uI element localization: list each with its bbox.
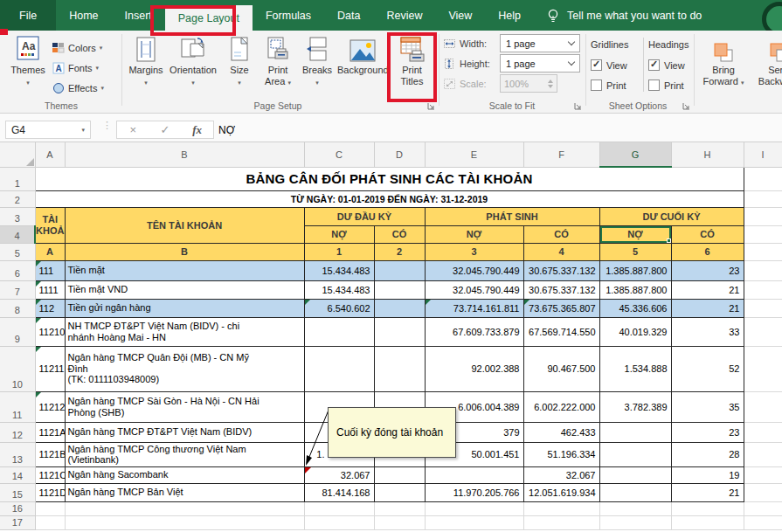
cell-B7[interactable]: Tiền mặt VND [65,280,304,299]
cell-I7[interactable] [744,280,782,299]
cell-H12[interactable]: 23 [671,422,744,442]
orientation-button[interactable]: Orientation▾ [168,33,218,88]
size-button[interactable]: Size▾ [220,33,259,88]
scale-spinner[interactable]: 100% [500,74,557,93]
cell-F15[interactable]: 12.051.619.934 [523,483,599,501]
tab-file[interactable]: File [0,0,56,31]
cell-I2[interactable] [744,190,782,207]
cell-D14[interactable] [374,466,425,483]
cell-F10[interactable]: 90.467.500 [523,346,599,391]
cell-C16[interactable] [304,501,374,515]
cell-G10[interactable]: 1.534.888 [599,346,671,391]
print-area-button[interactable]: PrintArea ▾ [259,33,297,88]
cell-A17[interactable] [35,515,65,529]
gridlines-print-checkbox[interactable]: Print [591,79,626,91]
cell-A11[interactable]: 11212 [35,391,65,422]
cell-A8[interactable]: 112 [35,299,65,317]
row-header-2[interactable]: 2 [0,190,35,207]
cell-C9[interactable] [304,317,374,346]
row-header-4[interactable]: 4 [0,225,35,243]
fill-handle[interactable] [667,238,671,243]
row-header-6[interactable]: 6 [0,260,35,280]
cell-G15[interactable] [599,483,671,501]
cell-I16[interactable] [744,501,782,515]
cell-D15[interactable] [374,483,425,501]
cell-A3[interactable]: TÀI KHOẢN [35,207,65,243]
cell-H16[interactable] [671,501,744,515]
background-button[interactable]: Background [337,33,387,76]
cell-E6[interactable]: 32.045.790.449 [425,260,523,280]
cell-C8[interactable]: 6.540.602 [304,299,374,317]
cell-E17[interactable] [425,515,523,529]
cell-E9[interactable]: 67.609.733.879 [425,317,523,346]
cell-G4-active[interactable]: NỢ [599,225,671,243]
tab-review[interactable]: Review [373,0,435,31]
row-header-3[interactable]: 3 [0,207,35,225]
cell-title[interactable]: BẢNG CÂN ĐỐI PHÁT SINH CÁC TÀI KHOẢN [35,167,744,190]
cell-E15[interactable]: 11.970.205.766 [425,483,523,501]
row-header-7[interactable]: 7 [0,280,35,299]
cell-H15[interactable]: 21 [671,483,744,501]
cell-D10[interactable] [374,346,425,391]
cell-I12[interactable] [744,422,782,442]
cell-F4[interactable]: CÓ [523,225,599,243]
cell-G13[interactable] [599,442,671,466]
cell-F12[interactable]: 462.433 [523,422,599,442]
cell-G16[interactable] [599,501,671,515]
cell-A15[interactable]: 1121D [35,483,65,501]
cell-D17[interactable] [374,515,425,529]
cell-I10[interactable] [744,346,782,391]
cell-C3[interactable]: DƯ ĐẦU KỲ [304,207,425,225]
cell-H8[interactable]: 21 [671,299,744,317]
cell-H7[interactable]: 21 [671,280,744,299]
column-header-A[interactable]: A [35,142,65,167]
cell-D9[interactable] [374,317,425,346]
cancel-button[interactable]: × [117,123,149,136]
cell-F8[interactable]: 73.675.365.807 [523,299,599,317]
tab-home[interactable]: Home [56,0,111,31]
fonts-button[interactable]: A Fonts▾ [52,59,99,77]
cell-C14[interactable]: 32.067 [304,466,374,483]
cell-A6[interactable]: 111 [35,260,65,280]
cell-F6[interactable]: 30.675.337.132 [523,260,599,280]
row-header-8[interactable]: 8 [0,299,35,317]
tell-me[interactable]: Tell me what you want to do [546,0,702,31]
cell-I11[interactable] [744,391,782,422]
bring-forward-button[interactable]: BringForward ▾ [697,33,750,88]
margins-button[interactable]: Margins▾ [124,33,168,88]
insert-function-button[interactable]: fx [181,123,213,137]
cell-G7[interactable]: 1.385.887.800 [599,280,671,299]
cell-E4[interactable]: NỢ [425,225,523,243]
cell-I9[interactable] [744,317,782,346]
column-header-B[interactable]: B [65,142,304,167]
cell-E5[interactable]: 3 [425,243,523,260]
row-header-16[interactable]: 16 [0,501,35,515]
cell-F11[interactable]: 6.002.222.000 [523,391,599,422]
cell-C17[interactable] [304,515,374,529]
cell-A7[interactable]: 1111 [35,280,65,299]
cell-B6[interactable]: Tiền mặt [65,260,304,280]
cell-F16[interactable] [523,501,599,515]
cell-I15[interactable] [744,483,782,501]
cell-E8[interactable]: 73.714.161.811 [425,299,523,317]
formula-input[interactable]: NỢ [218,121,235,139]
cell-E3[interactable]: PHÁT SINH [425,207,599,225]
column-header-G[interactable]: G [599,142,671,167]
scale-to-fit-dialog-launcher[interactable] [573,101,584,112]
cell-B5[interactable]: B [65,243,304,260]
cell-F5[interactable]: 4 [523,243,599,260]
tab-insert[interactable]: Insert [112,0,165,31]
cell-G11[interactable]: 3.782.389 [599,391,671,422]
print-titles-button[interactable]: PrintTitles [388,33,436,87]
row-header-12[interactable]: 12 [0,422,35,442]
cell-H17[interactable] [671,515,744,529]
breaks-button[interactable]: Breaks▾ [297,33,337,88]
sheet-options-dialog-launcher[interactable] [682,101,692,112]
column-header-C[interactable]: C [304,142,374,167]
cell-I6[interactable] [744,260,782,280]
cell-B16[interactable] [65,501,304,515]
cell-D6[interactable] [374,260,425,280]
column-header-D[interactable]: D [374,142,425,167]
cell-A14[interactable]: 1121C [35,466,65,483]
colors-button[interactable]: Colors▾ [52,39,102,57]
